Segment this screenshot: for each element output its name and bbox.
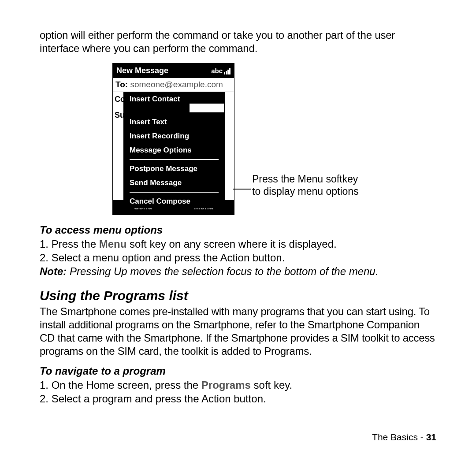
step-1b: 1. On the Home screen, press the Program… bbox=[40, 378, 436, 392]
selection-highlight bbox=[190, 104, 224, 112]
page-footer: The Basics - 31 bbox=[40, 432, 436, 443]
note-label: Note: bbox=[40, 265, 67, 277]
menu-item-insert-contact[interactable]: Insert Contact bbox=[123, 92, 225, 115]
menu-item-insert-recording[interactable]: Insert Recording bbox=[123, 129, 225, 143]
to-field[interactable]: To: someone@example.com bbox=[113, 78, 234, 92]
callout-line1: Press the Menu softkey bbox=[252, 173, 359, 186]
phone-title: New Message bbox=[116, 66, 168, 75]
abc-indicator: abc bbox=[211, 67, 223, 74]
phone-titlebar: New Message abc bbox=[113, 63, 234, 78]
subheading-access-menu: To access menu options bbox=[40, 224, 436, 236]
menu-item-postpone[interactable]: Postpone Message bbox=[123, 162, 225, 176]
intro-paragraph: option will either perform the command o… bbox=[40, 29, 436, 55]
step-text: soft key. bbox=[251, 379, 292, 391]
menu-item-cancel-compose[interactable]: Cancel Compose bbox=[123, 194, 225, 208]
step-1: 1. Press the Menu soft key on any screen… bbox=[40, 237, 436, 251]
signal-icon bbox=[224, 68, 231, 74]
menu-item-message-options[interactable]: Message Options bbox=[123, 143, 225, 157]
menu-divider bbox=[130, 192, 219, 193]
step-2: 2. Select a menu option and press the Ac… bbox=[40, 251, 436, 264]
step-text: soft key on any screen where it is displ… bbox=[126, 238, 336, 250]
note-text: Pressing Up moves the selection focus to… bbox=[67, 265, 378, 277]
step-2b: 2. Select a program and press the Action… bbox=[40, 392, 436, 405]
to-label: To: bbox=[115, 80, 128, 89]
menu-popup: Insert Contact Insert Text Insert Record… bbox=[123, 92, 225, 208]
footer-section: The Basics - bbox=[372, 432, 426, 442]
heading-programs-list: Using the Programs list bbox=[40, 288, 436, 303]
phone-screenshot: New Message abc To: someone@example.com … bbox=[112, 63, 234, 215]
callout-leader-line bbox=[233, 189, 251, 190]
subheading-navigate-program: To navigate to a program bbox=[40, 365, 436, 377]
step-text: 1. On the Home screen, press the bbox=[40, 379, 201, 391]
footer-page-number: 31 bbox=[426, 432, 436, 442]
to-value: someone@example.com bbox=[130, 80, 223, 89]
menu-item-send-message[interactable]: Send Message bbox=[123, 176, 225, 190]
figure-row: New Message abc To: someone@example.com … bbox=[40, 63, 436, 215]
note: Note: Pressing Up moves the selection fo… bbox=[40, 264, 436, 278]
status-icons: abc bbox=[211, 67, 231, 74]
callout: Press the Menu softkey to display menu o… bbox=[252, 173, 359, 197]
menu-divider bbox=[130, 159, 219, 160]
programs-paragraph: The Smartphone comes pre-installed with … bbox=[40, 305, 436, 358]
step-text: 1. Press the bbox=[40, 238, 99, 250]
menu-item-insert-text[interactable]: Insert Text bbox=[123, 115, 225, 129]
callout-line2: to display menu options bbox=[252, 186, 359, 198]
menu-keyword: Menu bbox=[99, 238, 127, 250]
programs-keyword: Programs bbox=[201, 379, 251, 391]
menu-item-label: Insert Contact bbox=[130, 95, 180, 103]
